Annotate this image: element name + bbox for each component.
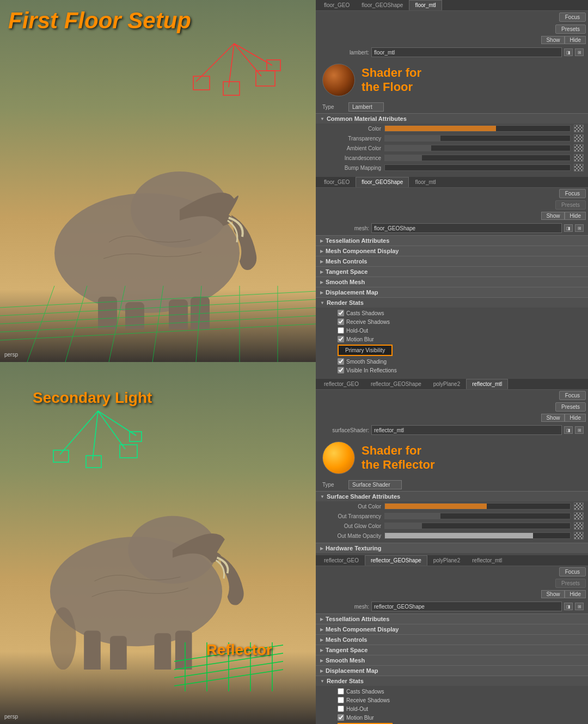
- rgs-displacement-header[interactable]: ▶ Displacement Map: [316, 665, 588, 676]
- incandescence-slider[interactable]: [384, 155, 571, 161]
- floor-hold-out-label[interactable]: Hold-Out: [338, 327, 368, 334]
- fgs-focus-btn[interactable]: Focus: [559, 189, 586, 198]
- fgs-hide-btn[interactable]: Hide: [565, 212, 586, 220]
- hardware-texturing-header[interactable]: ▶ Hardware Texturing: [316, 543, 588, 553]
- out-transparency-slider[interactable]: [384, 513, 571, 519]
- out-glow-map-btn[interactable]: [574, 522, 584, 530]
- reflector-sample-sphere[interactable]: [322, 441, 355, 474]
- rgs-render-stats-header[interactable]: ▼ Render Stats: [316, 676, 588, 686]
- tab-fgs-floor-geo[interactable]: floor_GEO: [318, 177, 356, 187]
- out-glow-slider[interactable]: [384, 523, 571, 529]
- fgs-mesh-icon1[interactable]: ◨: [564, 224, 573, 232]
- tab-rgs-polyplane[interactable]: polyPlane2: [427, 555, 466, 566]
- ref-shader-show-btn[interactable]: Show: [541, 414, 565, 422]
- floor-show-btn[interactable]: Show: [541, 36, 565, 44]
- floor-sample-sphere[interactable]: [322, 64, 355, 96]
- color-slider[interactable]: [384, 125, 571, 132]
- color-map-btn[interactable]: [574, 125, 584, 132]
- ref-shader-icon2[interactable]: ⊞: [575, 426, 584, 434]
- ref-shader-icon1[interactable]: ◨: [564, 426, 573, 434]
- top-viewport[interactable]: First Floor Setup persp: [0, 0, 316, 362]
- common-material-header[interactable]: ▼ Common Material Attributes: [316, 113, 588, 124]
- tab-fgs-floor-mtl[interactable]: floor_mtl: [409, 177, 442, 187]
- fgs-smooth-mesh-header[interactable]: ▶ Smooth Mesh: [316, 277, 588, 287]
- rgs-hide-btn[interactable]: Hide: [565, 590, 586, 598]
- tab-floor-geo[interactable]: floor_GEO: [318, 0, 356, 10]
- rgs-presets-btn[interactable]: Presets: [555, 579, 586, 588]
- rgs-tangent-header[interactable]: ▶ Tangent Space: [316, 645, 588, 655]
- ref-shader-focus-btn[interactable]: Focus: [559, 391, 586, 400]
- fgs-tessellation-header[interactable]: ▶ Tessellation Attributes: [316, 235, 588, 246]
- floor-type-select[interactable]: Lambert: [348, 102, 384, 112]
- bump-map-btn[interactable]: [574, 164, 584, 171]
- out-matte-map-btn[interactable]: [574, 532, 584, 539]
- floor-smooth-shading-label[interactable]: Smooth Shading: [338, 358, 387, 365]
- ref-receive-shadows-label[interactable]: Receive Shadows: [338, 697, 390, 703]
- ref-shader-hide-btn[interactable]: Hide: [565, 414, 586, 422]
- floor-hold-out-cb[interactable]: [338, 327, 344, 334]
- tab-floor-geoshape[interactable]: floor_GEOShape: [356, 0, 409, 10]
- tab-ref-geoshape[interactable]: reflector_GEOShape: [365, 379, 427, 389]
- tab-rgs-ref-geo[interactable]: reflector_GEO: [318, 555, 365, 566]
- floor-casts-shadows-cb[interactable]: [338, 310, 344, 316]
- reflector-type-select[interactable]: Surface Shader: [348, 480, 402, 489]
- rgs-focus-btn[interactable]: Focus: [559, 567, 586, 576]
- floor-lambert-icon2[interactable]: ⊞: [575, 48, 584, 56]
- bump-slider[interactable]: [384, 164, 571, 171]
- floor-smooth-shading-cb[interactable]: [338, 358, 344, 365]
- floor-lambert-input[interactable]: [371, 47, 562, 57]
- floor-motion-blur-label[interactable]: Motion Blur: [338, 336, 374, 342]
- incandescence-map-btn[interactable]: [574, 154, 584, 162]
- floor-casts-shadows-label[interactable]: Casts Shadows: [338, 310, 384, 316]
- transparency-slider[interactable]: [384, 135, 571, 142]
- fgs-show-btn[interactable]: Show: [541, 212, 565, 220]
- out-color-map-btn[interactable]: [574, 502, 584, 510]
- floor-focus-btn[interactable]: Focus: [559, 13, 586, 22]
- tab-floor-mtl[interactable]: floor_mtl: [409, 0, 442, 10]
- fgs-mesh-component-header[interactable]: ▶ Mesh Component Display: [316, 246, 588, 256]
- ref-shader-presets-btn[interactable]: Presets: [555, 402, 586, 412]
- ambient-map-btn[interactable]: [574, 144, 584, 152]
- rgs-smooth-mesh-header[interactable]: ▶ Smooth Mesh: [316, 655, 588, 665]
- floor-receive-shadows-cb[interactable]: [338, 318, 344, 325]
- out-transparency-map-btn[interactable]: [574, 512, 584, 520]
- rgs-mesh-icon1[interactable]: ◨: [564, 603, 573, 610]
- surface-shader-attrs-header[interactable]: ▼ Surface Shader Attributes: [316, 491, 588, 501]
- ambient-slider[interactable]: [384, 145, 571, 151]
- fgs-mesh-icon2[interactable]: ⊞: [575, 224, 584, 232]
- ref-motion-blur-cb[interactable]: [338, 714, 344, 721]
- bottom-viewport[interactable]: Secondary Light Reflector persp: [0, 362, 316, 724]
- floor-visible-reflections-cb[interactable]: [338, 367, 344, 373]
- ref-hold-out-label[interactable]: Hold-Out: [338, 705, 368, 712]
- rgs-show-btn[interactable]: Show: [541, 590, 565, 598]
- tab-rgs-ref-geoshape[interactable]: reflector_GEOShape: [365, 555, 427, 566]
- rgs-mesh-component-header[interactable]: ▶ Mesh Component Display: [316, 624, 588, 634]
- fgs-render-stats-header[interactable]: ▼ Render Stats: [316, 297, 588, 308]
- floor-hide-btn[interactable]: Hide: [565, 36, 586, 44]
- floor-receive-shadows-label[interactable]: Receive Shadows: [338, 318, 390, 325]
- ref-casts-shadows-cb[interactable]: [338, 688, 344, 695]
- tab-ref-mtl[interactable]: reflector_mtl: [466, 379, 508, 389]
- rgs-mesh-icon2[interactable]: ⊞: [575, 603, 584, 610]
- tab-ref-geo[interactable]: reflector_GEO: [318, 379, 365, 389]
- tab-rgs-ref-mtl[interactable]: reflector_mtl: [466, 555, 508, 566]
- floor-primary-visibility-btn[interactable]: Primary Visibility: [338, 345, 393, 356]
- ref-surface-shader-input[interactable]: [371, 425, 562, 435]
- out-matte-slider[interactable]: [384, 532, 571, 539]
- fgs-displacement-header[interactable]: ▶ Displacement Map: [316, 287, 588, 297]
- tab-ref-polyplane[interactable]: polyPlane2: [427, 379, 466, 389]
- floor-visible-reflections-label[interactable]: Visible In Reflections: [338, 367, 397, 373]
- transparency-map-btn[interactable]: [574, 134, 584, 142]
- tab-fgs-floor-geoshape[interactable]: floor_GEOShape: [356, 177, 409, 187]
- floor-lambert-icon1[interactable]: ◨: [564, 48, 573, 56]
- rgs-tessellation-header[interactable]: ▶ Tessellation Attributes: [316, 613, 588, 624]
- floor-motion-blur-cb[interactable]: [338, 336, 344, 342]
- ref-hold-out-cb[interactable]: [338, 705, 344, 712]
- fgs-mesh-controls-header[interactable]: ▶ Mesh Controls: [316, 256, 588, 266]
- fgs-mesh-input[interactable]: [371, 223, 562, 233]
- rgs-mesh-controls-header[interactable]: ▶ Mesh Controls: [316, 634, 588, 645]
- ref-casts-shadows-label[interactable]: Casts Shadows: [338, 688, 384, 695]
- rgs-mesh-input[interactable]: [371, 602, 562, 611]
- fgs-tangent-header[interactable]: ▶ Tangent Space: [316, 266, 588, 277]
- ref-receive-shadows-cb[interactable]: [338, 697, 344, 703]
